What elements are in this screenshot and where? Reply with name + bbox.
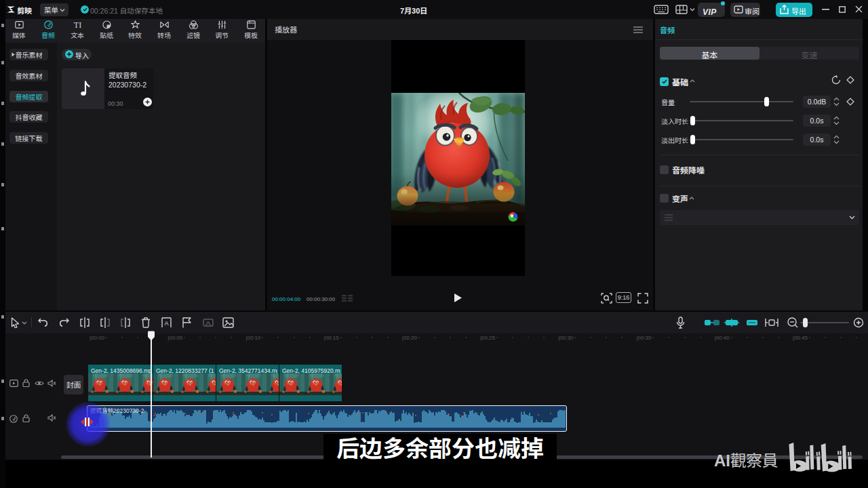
svg-text:A: A — [164, 320, 168, 327]
svg-text:TI: TI — [73, 20, 81, 29]
